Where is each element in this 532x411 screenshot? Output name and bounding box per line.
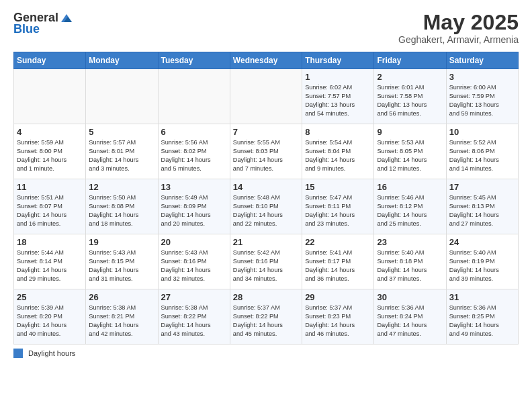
day-number: 7 [233,127,299,137]
day-info: Sunrise: 5:54 AM Sunset: 8:04 PM Dayligh… [305,138,371,173]
day-info: Sunrise: 5:59 AM Sunset: 8:00 PM Dayligh… [17,138,83,173]
day-info: Sunrise: 5:53 AM Sunset: 8:05 PM Dayligh… [377,138,443,173]
calendar-cell: 22Sunrise: 5:41 AM Sunset: 8:17 PM Dayli… [302,234,374,289]
calendar-cell: 10Sunrise: 5:52 AM Sunset: 8:06 PM Dayli… [446,124,518,179]
page: General Blue May 2025 Geghakert, Armavir… [0,0,532,411]
day-number: 8 [305,127,371,137]
calendar-cell: 7Sunrise: 5:55 AM Sunset: 8:03 PM Daylig… [230,124,302,179]
day-info: Sunrise: 5:45 AM Sunset: 8:13 PM Dayligh… [449,193,515,228]
calendar-cell: 4Sunrise: 5:59 AM Sunset: 8:00 PM Daylig… [14,124,86,179]
day-number: 26 [89,292,154,302]
week-row-4: 25Sunrise: 5:39 AM Sunset: 8:20 PM Dayli… [14,289,519,345]
day-info: Sunrise: 6:00 AM Sunset: 7:59 PM Dayligh… [449,83,515,118]
day-number: 27 [161,292,227,302]
calendar-cell: 30Sunrise: 5:36 AM Sunset: 8:24 PM Dayli… [374,289,446,345]
calendar-cell: 9Sunrise: 5:53 AM Sunset: 8:05 PM Daylig… [374,124,446,179]
day-number: 29 [305,292,371,302]
day-info: Sunrise: 5:44 AM Sunset: 8:14 PM Dayligh… [17,248,83,283]
week-row-2: 11Sunrise: 5:51 AM Sunset: 8:07 PM Dayli… [14,179,519,234]
day-number: 15 [305,182,371,192]
day-number: 22 [305,237,371,247]
calendar-cell: 21Sunrise: 5:42 AM Sunset: 8:16 PM Dayli… [230,234,302,289]
calendar-cell: 24Sunrise: 5:40 AM Sunset: 8:19 PM Dayli… [446,234,518,289]
day-info: Sunrise: 5:37 AM Sunset: 8:23 PM Dayligh… [305,304,371,338]
day-number: 10 [449,127,515,137]
day-number: 21 [233,237,299,247]
calendar-cell: 23Sunrise: 5:40 AM Sunset: 8:18 PM Dayli… [374,234,446,289]
calendar-cell: 1Sunrise: 6:02 AM Sunset: 7:57 PM Daylig… [302,69,374,124]
header-day-thursday: Thursday [302,52,374,69]
day-number: 4 [17,127,83,137]
calendar-cell: 17Sunrise: 5:45 AM Sunset: 8:13 PM Dayli… [446,179,518,234]
calendar-cell: 27Sunrise: 5:38 AM Sunset: 8:22 PM Dayli… [158,289,230,345]
day-info: Sunrise: 5:55 AM Sunset: 8:03 PM Dayligh… [233,138,299,173]
day-info: Sunrise: 5:36 AM Sunset: 8:25 PM Dayligh… [449,304,515,338]
header-day-monday: Monday [86,52,158,69]
calendar-cell: 19Sunrise: 5:43 AM Sunset: 8:15 PM Dayli… [86,234,158,289]
day-number: 17 [449,182,515,192]
calendar-cell: 3Sunrise: 6:00 AM Sunset: 7:59 PM Daylig… [446,69,518,124]
day-info: Sunrise: 5:49 AM Sunset: 8:09 PM Dayligh… [161,193,227,228]
day-number: 23 [377,237,443,247]
day-number: 31 [449,292,515,302]
calendar-cell: 20Sunrise: 5:43 AM Sunset: 8:16 PM Dayli… [158,234,230,289]
day-info: Sunrise: 5:36 AM Sunset: 8:24 PM Dayligh… [377,304,443,338]
week-row-3: 18Sunrise: 5:44 AM Sunset: 8:14 PM Dayli… [14,234,519,289]
day-number: 3 [449,72,515,82]
calendar-cell: 15Sunrise: 5:47 AM Sunset: 8:11 PM Dayli… [302,179,374,234]
calendar-table: SundayMondayTuesdayWednesdayThursdayFrid… [13,52,519,345]
calendar-cell: 16Sunrise: 5:46 AM Sunset: 8:12 PM Dayli… [374,179,446,234]
header-day-friday: Friday [374,52,446,69]
calendar-cell: 18Sunrise: 5:44 AM Sunset: 8:14 PM Dayli… [14,234,86,289]
header-day-saturday: Saturday [446,52,518,69]
day-info: Sunrise: 5:41 AM Sunset: 8:17 PM Dayligh… [305,248,371,283]
daylight-box [13,349,23,358]
day-info: Sunrise: 5:52 AM Sunset: 8:06 PM Dayligh… [449,138,515,173]
daylight-label: Daylight hours [28,349,75,357]
header-right: May 2025 Geghakert, Armavir, Armenia [398,11,519,45]
day-info: Sunrise: 5:56 AM Sunset: 8:02 PM Dayligh… [161,138,227,173]
day-number: 5 [89,127,154,137]
calendar-cell: 2Sunrise: 6:01 AM Sunset: 7:58 PM Daylig… [374,69,446,124]
header-day-wednesday: Wednesday [230,52,302,69]
week-row-0: 1Sunrise: 6:02 AM Sunset: 7:57 PM Daylig… [14,69,519,124]
calendar-cell: 28Sunrise: 5:37 AM Sunset: 8:22 PM Dayli… [230,289,302,345]
day-number: 18 [17,237,83,247]
day-info: Sunrise: 6:01 AM Sunset: 7:58 PM Dayligh… [377,83,443,118]
day-number: 11 [17,182,83,192]
header-day-tuesday: Tuesday [158,52,230,69]
day-number: 2 [377,72,443,82]
day-info: Sunrise: 5:47 AM Sunset: 8:11 PM Dayligh… [305,193,371,228]
day-info: Sunrise: 5:43 AM Sunset: 8:16 PM Dayligh… [161,248,227,283]
day-info: Sunrise: 5:48 AM Sunset: 8:10 PM Dayligh… [233,193,299,228]
calendar-cell: 31Sunrise: 5:36 AM Sunset: 8:25 PM Dayli… [446,289,518,345]
day-number: 30 [377,292,443,302]
calendar-cell: 5Sunrise: 5:57 AM Sunset: 8:01 PM Daylig… [86,124,158,179]
logo: General Blue [13,11,73,36]
week-row-1: 4Sunrise: 5:59 AM Sunset: 8:00 PM Daylig… [14,124,519,179]
calendar-cell: 13Sunrise: 5:49 AM Sunset: 8:09 PM Dayli… [158,179,230,234]
calendar-cell: 26Sunrise: 5:38 AM Sunset: 8:21 PM Dayli… [86,289,158,345]
day-number: 14 [233,182,299,192]
calendar-cell: 6Sunrise: 5:56 AM Sunset: 8:02 PM Daylig… [158,124,230,179]
day-info: Sunrise: 5:38 AM Sunset: 8:21 PM Dayligh… [89,304,154,338]
day-number: 9 [377,127,443,137]
day-info: Sunrise: 5:57 AM Sunset: 8:01 PM Dayligh… [89,138,154,173]
day-number: 20 [161,237,227,247]
day-info: Sunrise: 6:02 AM Sunset: 7:57 PM Dayligh… [305,83,371,118]
day-info: Sunrise: 5:50 AM Sunset: 8:08 PM Dayligh… [89,193,154,228]
calendar-cell [14,69,86,124]
day-info: Sunrise: 5:42 AM Sunset: 8:16 PM Dayligh… [233,248,299,283]
calendar-cell: 12Sunrise: 5:50 AM Sunset: 8:08 PM Dayli… [86,179,158,234]
footer: Daylight hours [13,349,519,358]
day-info: Sunrise: 5:38 AM Sunset: 8:22 PM Dayligh… [161,304,227,338]
day-number: 28 [233,292,299,302]
calendar-cell: 8Sunrise: 5:54 AM Sunset: 8:04 PM Daylig… [302,124,374,179]
day-number: 6 [161,127,227,137]
day-info: Sunrise: 5:51 AM Sunset: 8:07 PM Dayligh… [17,193,83,228]
day-number: 13 [161,182,227,192]
day-number: 16 [377,182,443,192]
calendar-cell: 11Sunrise: 5:51 AM Sunset: 8:07 PM Dayli… [14,179,86,234]
calendar-cell [230,69,302,124]
logo-blue: Blue [13,22,40,36]
